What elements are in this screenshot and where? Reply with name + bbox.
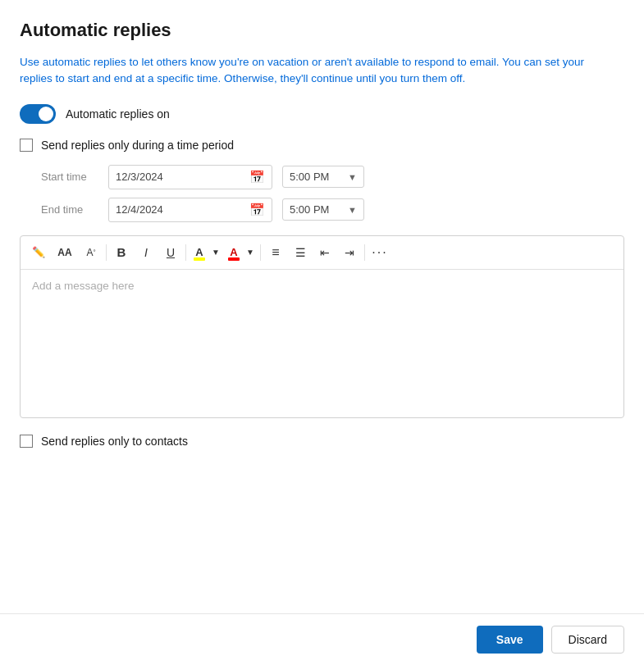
start-time-label: Start time bbox=[41, 171, 98, 183]
end-date-value: 12/4/2024 bbox=[116, 203, 244, 216]
italic-button[interactable]: I bbox=[135, 241, 158, 264]
time-period-label: Send replies only during a time period bbox=[41, 139, 234, 152]
underline-button[interactable]: U bbox=[159, 241, 182, 264]
outdent-button[interactable]: ⇤ bbox=[313, 241, 336, 264]
start-date-input[interactable]: 12/3/2024 📅 bbox=[108, 165, 272, 189]
discard-button[interactable]: Discard bbox=[551, 626, 624, 654]
highlight-button[interactable]: A bbox=[190, 241, 209, 264]
description-text: Use automatic replies to let others know… bbox=[20, 54, 602, 88]
contacts-only-checkbox[interactable] bbox=[20, 435, 33, 448]
end-calendar-icon: 📅 bbox=[249, 203, 265, 217]
font-color-button[interactable]: A bbox=[224, 241, 244, 264]
time-section: Start time 12/3/2024 📅 5:00 PM ▼ End tim… bbox=[41, 165, 624, 222]
toolbar-sep-2 bbox=[185, 244, 186, 261]
bullets-button[interactable]: ≡ bbox=[264, 241, 287, 264]
end-time-label: End time bbox=[41, 203, 98, 216]
toolbar-sep-3 bbox=[260, 244, 261, 261]
bold-button[interactable]: B bbox=[110, 241, 133, 264]
message-input[interactable]: Add a message here bbox=[21, 270, 623, 417]
contacts-only-label: Send replies only to contacts bbox=[41, 435, 188, 448]
highlight-group: A ▼ bbox=[190, 241, 222, 264]
contacts-only-row: Send replies only to contacts bbox=[20, 435, 624, 448]
toggle-label: Automatic replies on bbox=[66, 107, 170, 121]
start-time-row: Start time 12/3/2024 📅 5:00 PM ▼ bbox=[41, 165, 624, 189]
numbered-list-button[interactable]: ☰ bbox=[289, 241, 312, 264]
start-time-select[interactable]: 5:00 PM ▼ bbox=[282, 166, 364, 188]
highlight-color-indicator bbox=[194, 257, 205, 261]
toolbar-sep-1 bbox=[106, 244, 107, 261]
highlight-dropdown-button[interactable]: ▼ bbox=[209, 241, 222, 264]
start-time-value: 5:00 PM bbox=[290, 171, 343, 183]
font-color-group: A ▼ bbox=[224, 241, 257, 264]
page-title: Automatic replies bbox=[20, 20, 624, 41]
end-time-select[interactable]: 5:00 PM ▼ bbox=[282, 198, 364, 221]
more-options-button[interactable]: ··· bbox=[368, 241, 391, 264]
time-period-checkbox[interactable] bbox=[20, 139, 33, 152]
save-button[interactable]: Save bbox=[477, 626, 543, 654]
start-date-value: 12/3/2024 bbox=[116, 171, 244, 183]
time-period-checkbox-row: Send replies only during a time period bbox=[20, 139, 624, 152]
format-painter-button[interactable]: ✏️ bbox=[27, 241, 50, 264]
end-date-input[interactable]: 12/4/2024 📅 bbox=[108, 198, 272, 222]
end-time-chevron-icon: ▼ bbox=[348, 205, 357, 215]
text-size-button[interactable]: AA bbox=[52, 241, 78, 264]
editor-toolbar: ✏️ AA A° B I U A ▼ bbox=[21, 236, 623, 270]
superscript-button[interactable]: A° bbox=[80, 241, 103, 264]
message-placeholder: Add a message here bbox=[32, 280, 135, 292]
font-color-dropdown-button[interactable]: ▼ bbox=[244, 241, 257, 264]
content-area: Automatic replies Use automatic replies … bbox=[0, 0, 644, 613]
automatic-replies-window: Automatic replies Use automatic replies … bbox=[0, 0, 644, 665]
toolbar-sep-4 bbox=[364, 244, 365, 261]
toggle-row: Automatic replies on bbox=[20, 104, 624, 124]
indent-button[interactable]: ⇥ bbox=[338, 241, 361, 264]
footer: Save Discard bbox=[0, 613, 644, 665]
auto-replies-toggle[interactable] bbox=[20, 104, 56, 124]
end-time-row: End time 12/4/2024 📅 5:00 PM ▼ bbox=[41, 198, 624, 222]
font-color-indicator bbox=[228, 257, 240, 261]
end-time-value: 5:00 PM bbox=[290, 203, 343, 216]
message-editor: ✏️ AA A° B I U A ▼ bbox=[20, 235, 624, 418]
start-time-chevron-icon: ▼ bbox=[348, 172, 357, 182]
start-calendar-icon: 📅 bbox=[249, 170, 265, 184]
